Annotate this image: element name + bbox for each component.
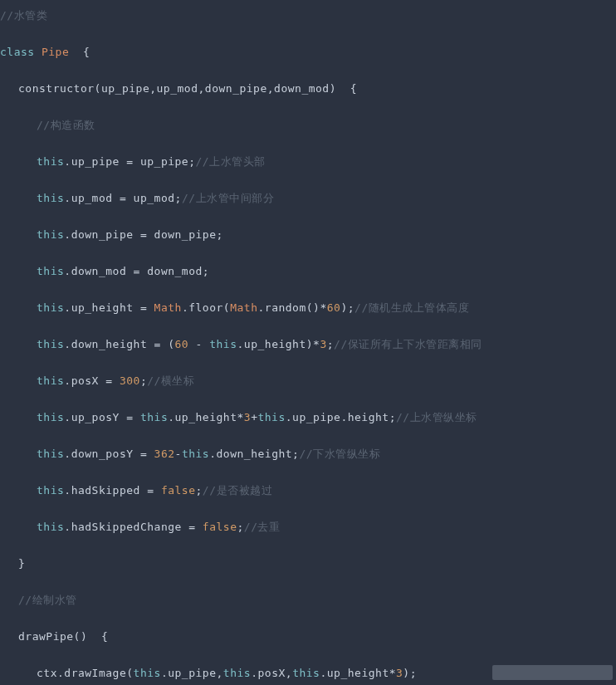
text-token: .down_posY = bbox=[64, 448, 154, 460]
text-token: .up_height* bbox=[168, 411, 244, 423]
code-line[interactable]: this.hadSkipped = false;//是否被越过 bbox=[0, 482, 616, 500]
code-line[interactable]: this.down_pipe = down_pipe; bbox=[0, 226, 616, 244]
code-line[interactable]: this.posX = 300;//横坐标 bbox=[0, 372, 616, 390]
comment-token: //随机生成上管体高度 bbox=[354, 301, 469, 314]
code-line[interactable]: //构造函数 bbox=[0, 116, 616, 135]
keyword-token: this bbox=[37, 411, 64, 423]
text-token: .floor( bbox=[182, 301, 230, 314]
number-token: 362 bbox=[154, 448, 175, 460]
comment-token: //上水管纵坐标 bbox=[396, 411, 477, 423]
text-token: .up_height)* bbox=[237, 338, 320, 350]
class-token: Pipe bbox=[42, 46, 69, 58]
code-line[interactable]: this.hadSkippedChange = false;//去重 bbox=[0, 518, 616, 536]
keyword-token: this bbox=[37, 301, 64, 314]
keyword-token: this bbox=[223, 667, 251, 679]
text-token: .up_pipe, bbox=[161, 667, 223, 679]
code-line[interactable]: drawPipe() { bbox=[0, 628, 616, 646]
code-line[interactable]: this.down_mod = down_mod; bbox=[0, 262, 616, 281]
text-token: .down_pipe = down_pipe; bbox=[64, 228, 223, 241]
number-token: 60 bbox=[327, 301, 341, 314]
text-token: ; bbox=[196, 484, 203, 497]
text-token: drawPipe() { bbox=[18, 630, 108, 643]
code-line[interactable]: //水管类 bbox=[0, 7, 616, 25]
text-token: ); bbox=[403, 667, 417, 679]
comment-token: //构造函数 bbox=[37, 119, 95, 131]
keyword-token: class bbox=[0, 46, 42, 58]
number-token: 3 bbox=[244, 411, 251, 423]
comment-token: //水管类 bbox=[0, 9, 47, 22]
text-token: .down_height; bbox=[209, 448, 299, 460]
boolean-token: false bbox=[203, 521, 237, 533]
text-token: .posX = bbox=[64, 374, 120, 387]
keyword-token: this bbox=[37, 265, 64, 277]
text-token: } bbox=[18, 557, 25, 570]
horizontal-scrollbar-thumb[interactable] bbox=[492, 665, 613, 680]
keyword-token: this bbox=[292, 667, 320, 679]
text-token: .hadSkippedChange = bbox=[64, 521, 203, 533]
comment-token: //横坐标 bbox=[147, 374, 194, 387]
keyword-token: this bbox=[182, 448, 209, 460]
text-token: .up_mod = up_mod; bbox=[64, 192, 182, 204]
class-token: Math bbox=[230, 301, 257, 314]
comment-token: //绘制水管 bbox=[18, 594, 77, 606]
number-token: 300 bbox=[120, 374, 140, 387]
text-token: { bbox=[69, 46, 90, 58]
keyword-token: this bbox=[37, 338, 64, 350]
text-token: ; bbox=[237, 521, 244, 533]
boolean-token: false bbox=[161, 484, 196, 497]
keyword-token: this bbox=[134, 667, 161, 679]
keyword-token: this bbox=[37, 521, 64, 533]
text-token: .up_posY = bbox=[64, 411, 140, 423]
text-token: .up_pipe = up_pipe; bbox=[64, 155, 195, 168]
text-token: .up_pipe.height; bbox=[286, 411, 396, 423]
text-token: .down_mod = down_mod; bbox=[64, 265, 209, 277]
text-token: .posX, bbox=[251, 667, 292, 679]
text-token: .down_height = ( bbox=[64, 338, 174, 350]
keyword-token: this bbox=[37, 484, 64, 497]
number-token: 60 bbox=[175, 338, 189, 350]
code-line[interactable]: class Pipe { bbox=[0, 43, 616, 61]
code-line[interactable]: this.up_posY = this.up_height*3+this.up_… bbox=[0, 409, 616, 427]
code-line[interactable]: this.up_height = Math.floor(Math.random(… bbox=[0, 299, 616, 317]
keyword-token: this bbox=[37, 192, 64, 204]
keyword-token: this bbox=[257, 411, 285, 423]
code-editor[interactable]: //水管类 class Pipe { constructor(up_pipe,u… bbox=[0, 0, 616, 685]
keyword-token: this bbox=[37, 448, 64, 460]
comment-token: //下水管纵坐标 bbox=[299, 448, 380, 460]
code-line[interactable]: this.up_mod = up_mod;//上水管中间部分 bbox=[0, 189, 616, 208]
code-line[interactable]: this.down_posY = 362-this.down_height;//… bbox=[0, 445, 616, 463]
text-token: .up_height = bbox=[64, 301, 154, 314]
text-token: .up_height* bbox=[320, 667, 396, 679]
text-token: constructor(up_pipe,up_mod,down_pipe,dow… bbox=[18, 82, 357, 95]
code-line[interactable]: constructor(up_pipe,up_mod,down_pipe,dow… bbox=[0, 80, 616, 98]
comment-token: //去重 bbox=[244, 521, 281, 533]
text-token: ctx.drawImage( bbox=[37, 667, 134, 679]
keyword-token: this bbox=[37, 228, 64, 241]
keyword-token: this bbox=[140, 411, 168, 423]
text-token: ); bbox=[340, 301, 354, 314]
comment-token: //保证所有上下水管距离相同 bbox=[334, 338, 482, 350]
comment-token: //上水管头部 bbox=[196, 155, 266, 168]
text-token: .hadSkipped = bbox=[64, 484, 161, 497]
text-token: - bbox=[175, 448, 182, 460]
class-token: Math bbox=[154, 301, 182, 314]
code-line[interactable]: this.down_height = (60 - this.up_height)… bbox=[0, 335, 616, 354]
text-token: - bbox=[188, 338, 209, 350]
text-token: ; bbox=[327, 338, 334, 350]
comment-token: //上水管中间部分 bbox=[182, 192, 274, 204]
code-line[interactable]: //绘制水管 bbox=[0, 591, 616, 609]
text-token: .random()* bbox=[257, 301, 326, 314]
code-line[interactable]: this.up_pipe = up_pipe;//上水管头部 bbox=[0, 153, 616, 171]
number-token: 3 bbox=[320, 338, 326, 350]
keyword-token: this bbox=[209, 338, 237, 350]
keyword-token: this bbox=[37, 155, 64, 168]
text-token: ; bbox=[140, 374, 147, 387]
code-line[interactable]: } bbox=[0, 555, 616, 573]
keyword-token: this bbox=[37, 374, 64, 387]
comment-token: //是否被越过 bbox=[203, 484, 272, 497]
